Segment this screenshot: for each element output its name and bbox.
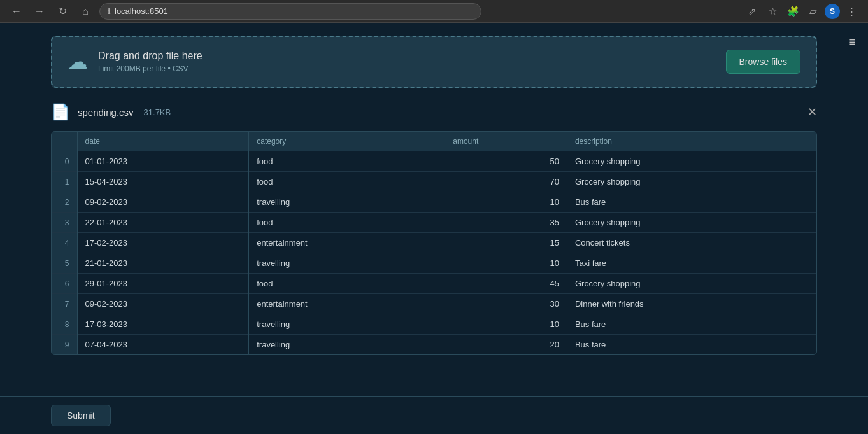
cell-date: 22-01-2023 xyxy=(77,213,249,233)
cell-date: 15-04-2023 xyxy=(77,172,249,192)
browser-chrome: ← → ↻ ⌂ ℹ localhost:8501 ⇗ ☆ 🧩 ▱ S ⋮ xyxy=(0,0,868,23)
table-header-row: date category amount description xyxy=(52,132,816,151)
extensions-button[interactable]: 🧩 xyxy=(784,3,802,20)
cell-amount: 15 xyxy=(445,233,567,253)
cell-date: 17-03-2023 xyxy=(77,314,249,335)
data-table: date category amount description 0 01-01… xyxy=(52,132,816,354)
cell-amount: 10 xyxy=(445,192,567,213)
cell-date: 17-02-2023 xyxy=(77,233,249,253)
cell-index: 7 xyxy=(52,294,77,314)
back-button[interactable]: ← xyxy=(8,3,25,20)
upload-cloud-icon: ☁ xyxy=(68,50,88,74)
cell-description: Grocery shopping xyxy=(567,274,816,294)
cell-category: food xyxy=(249,172,445,192)
table-header-index xyxy=(52,132,77,151)
cell-date: 09-02-2023 xyxy=(77,192,249,213)
table-row: 8 17-03-2023 travelling 10 Bus fare xyxy=(52,314,816,335)
cell-amount: 35 xyxy=(445,213,567,233)
cell-index: 9 xyxy=(52,335,77,355)
cell-description: Taxi fare xyxy=(567,253,816,274)
url-text: localhost:8501 xyxy=(115,6,168,16)
cell-index: 2 xyxy=(52,192,77,213)
table-row: 3 22-01-2023 food 35 Grocery shopping xyxy=(52,213,816,233)
table-header-description: description xyxy=(567,132,816,151)
cell-amount: 70 xyxy=(445,172,567,192)
cell-category: travelling xyxy=(249,192,445,213)
cell-index: 1 xyxy=(52,172,77,192)
hamburger-icon[interactable]: ≡ xyxy=(848,36,855,49)
cell-description: Bus fare xyxy=(567,192,816,213)
cell-amount: 50 xyxy=(445,151,567,172)
close-file-button[interactable]: ✕ xyxy=(808,105,817,119)
lock-icon: ℹ xyxy=(108,7,111,16)
cell-category: entertainment xyxy=(249,294,445,314)
upload-text-block: Drag and drop file here Limit 200MB per … xyxy=(98,50,716,73)
home-button[interactable]: ⌂ xyxy=(76,3,94,20)
cell-description: Bus fare xyxy=(567,314,816,335)
cell-date: 09-02-2023 xyxy=(77,294,249,314)
cell-category: entertainment xyxy=(249,233,445,253)
upload-subtitle: Limit 200MB per file • CSV xyxy=(98,64,716,73)
app-container: ≡ ☁ Drag and drop file here Limit 200MB … xyxy=(0,23,868,434)
cell-date: 21-01-2023 xyxy=(77,253,249,274)
cell-index: 5 xyxy=(52,253,77,274)
table-header-category: category xyxy=(249,132,445,151)
cell-date: 29-01-2023 xyxy=(77,274,249,294)
cell-amount: 10 xyxy=(445,253,567,274)
address-bar[interactable]: ℹ localhost:8501 xyxy=(99,3,481,20)
cell-amount: 20 xyxy=(445,335,567,355)
table-row: 6 29-01-2023 food 45 Grocery shopping xyxy=(52,274,816,294)
file-size: 31.7KB xyxy=(144,108,171,117)
table-row: 2 09-02-2023 travelling 10 Bus fare xyxy=(52,192,816,213)
cell-description: Bus fare xyxy=(567,335,816,355)
browse-files-button[interactable]: Browse files xyxy=(726,50,800,74)
file-icon: 📄 xyxy=(51,103,70,121)
upload-title: Drag and drop file here xyxy=(98,50,716,62)
submit-area: Submit xyxy=(0,396,868,434)
cell-index: 4 xyxy=(52,233,77,253)
star-button[interactable]: ☆ xyxy=(764,3,781,20)
cell-description: Dinner with friends xyxy=(567,294,816,314)
table-header-date: date xyxy=(77,132,249,151)
table-row: 0 01-01-2023 food 50 Grocery shopping xyxy=(52,151,816,172)
cell-index: 3 xyxy=(52,213,77,233)
cell-description: Grocery shopping xyxy=(567,213,816,233)
cell-date: 07-04-2023 xyxy=(77,335,249,355)
table-row: 5 21-01-2023 travelling 10 Taxi fare xyxy=(52,253,816,274)
data-table-container: date category amount description 0 01-01… xyxy=(51,131,817,355)
cell-category: food xyxy=(249,151,445,172)
browser-avatar: S xyxy=(825,4,840,19)
table-row: 7 09-02-2023 entertainment 30 Dinner wit… xyxy=(52,294,816,314)
table-header-amount: amount xyxy=(445,132,567,151)
submit-button[interactable]: Submit xyxy=(51,405,111,426)
cell-date: 01-01-2023 xyxy=(77,151,249,172)
cell-amount: 10 xyxy=(445,314,567,335)
cell-category: travelling xyxy=(249,253,445,274)
cell-index: 6 xyxy=(52,274,77,294)
table-row: 4 17-02-2023 entertainment 15 Concert ti… xyxy=(52,233,816,253)
cell-amount: 45 xyxy=(445,274,567,294)
share-button[interactable]: ⇗ xyxy=(743,3,761,20)
table-row: 9 07-04-2023 travelling 20 Bus fare xyxy=(52,335,816,355)
cell-category: food xyxy=(249,274,445,294)
cell-description: Grocery shopping xyxy=(567,172,816,192)
table-row: 1 15-04-2023 food 70 Grocery shopping xyxy=(52,172,816,192)
cell-category: travelling xyxy=(249,314,445,335)
reload-button[interactable]: ↻ xyxy=(53,3,71,20)
file-name: spending.csv xyxy=(78,107,134,118)
cell-amount: 30 xyxy=(445,294,567,314)
cell-index: 8 xyxy=(52,314,77,335)
cell-description: Concert tickets xyxy=(567,233,816,253)
cell-index: 0 xyxy=(52,151,77,172)
window-button[interactable]: ▱ xyxy=(804,3,822,20)
menu-button[interactable]: ⋮ xyxy=(843,3,860,20)
forward-button[interactable]: → xyxy=(31,3,48,20)
file-info-row: 📄 spending.csv 31.7KB ✕ xyxy=(51,103,817,121)
browser-right-icons: ⇗ ☆ 🧩 ▱ S ⋮ xyxy=(743,3,860,20)
cell-category: food xyxy=(249,213,445,233)
upload-zone[interactable]: ☁ Drag and drop file here Limit 200MB pe… xyxy=(51,36,817,88)
cell-description: Grocery shopping xyxy=(567,151,816,172)
cell-category: travelling xyxy=(249,335,445,355)
